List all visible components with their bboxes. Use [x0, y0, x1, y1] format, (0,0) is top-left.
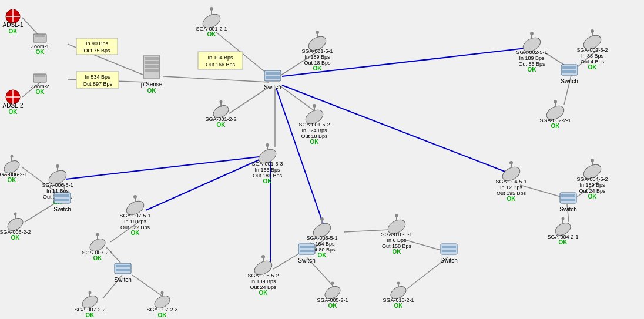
svg-rect-109 — [561, 65, 578, 75]
svg-text:SGA-002-5-2: SGA-002-5-2 — [576, 47, 608, 53]
svg-text:In 324 Bps: In 324 Bps — [301, 127, 327, 133]
node-switch-005: Switch — [298, 244, 315, 264]
svg-text:SGA-001-5-3: SGA-001-5-3 — [251, 161, 283, 167]
svg-rect-180 — [300, 246, 314, 248]
svg-point-148 — [96, 233, 99, 236]
zoom1-stats-out: Out 75 Bps — [83, 48, 110, 53]
svg-text:OK: OK — [8, 177, 17, 183]
adsl1-status: OK — [9, 28, 18, 35]
svg-point-224 — [562, 217, 565, 220]
svg-text:OK: OK — [147, 88, 157, 94]
svg-rect-49 — [35, 75, 45, 77]
svg-text:OK: OK — [588, 193, 598, 200]
svg-text:OK: OK — [551, 123, 561, 129]
svg-point-136 — [14, 213, 17, 216]
svg-text:In 189 Bps: In 189 Bps — [579, 182, 605, 188]
svg-rect-130 — [54, 193, 71, 203]
pfsense-switch-in: In 104 Bps — [207, 55, 233, 61]
svg-rect-54 — [145, 61, 159, 64]
svg-point-125 — [56, 164, 59, 168]
svg-point-120 — [11, 155, 14, 158]
svg-rect-179 — [298, 244, 315, 254]
svg-rect-195 — [441, 244, 457, 254]
svg-text:In 12 Bps: In 12 Bps — [500, 184, 523, 190]
svg-point-83 — [313, 104, 316, 108]
svg-point-76 — [316, 31, 319, 34]
svg-point-115 — [554, 100, 557, 103]
svg-text:In 18 Bps: In 18 Bps — [124, 219, 147, 224]
svg-point-90 — [266, 143, 269, 147]
svg-point-201 — [397, 282, 400, 285]
zoom1-stats-in: In 90 Bps — [86, 41, 109, 46]
svg-text:OK: OK — [36, 89, 45, 95]
svg-point-162 — [161, 291, 164, 294]
svg-text:OK: OK — [158, 312, 167, 318]
svg-text:Switch: Switch — [440, 257, 457, 264]
svg-point-66 — [210, 7, 213, 11]
svg-text:In 189 Bps: In 189 Bps — [519, 55, 545, 61]
pfsense-switch-out: Out 166 Bps — [206, 62, 236, 68]
svg-rect-62 — [266, 76, 280, 79]
svg-text:SGA-005-5-1: SGA-005-5-1 — [306, 235, 337, 241]
svg-text:Switch: Switch — [298, 257, 315, 264]
svg-rect-53 — [145, 57, 159, 60]
svg-text:OK: OK — [259, 290, 269, 296]
svg-point-157 — [89, 291, 92, 294]
node-switch-006: Switch — [53, 193, 71, 213]
svg-text:In 189 Bps: In 189 Bps — [250, 278, 276, 284]
svg-point-97 — [530, 32, 534, 35]
svg-rect-61 — [266, 72, 280, 75]
zoom2-stats-out: Out 897 Bps — [83, 81, 113, 87]
svg-text:SGA-002-5-1: SGA-002-5-1 — [516, 49, 547, 55]
svg-point-190 — [395, 214, 398, 217]
node-switch-004: Switch — [559, 193, 576, 213]
svg-text:In 189 Bps: In 189 Bps — [304, 54, 330, 60]
node-switch-002: Switch — [561, 65, 578, 85]
adsl2-label: ADSL-2 — [2, 102, 23, 109]
svg-text:OK: OK — [131, 230, 140, 236]
svg-point-104 — [591, 29, 594, 33]
svg-text:OK: OK — [93, 255, 103, 261]
svg-text:SGA-001-5-2: SGA-001-5-2 — [298, 122, 330, 127]
svg-text:Switch: Switch — [114, 277, 131, 283]
svg-rect-131 — [55, 194, 69, 197]
svg-rect-219 — [561, 194, 575, 197]
svg-rect-151 — [115, 263, 131, 274]
svg-rect-197 — [442, 250, 456, 252]
svg-rect-218 — [560, 193, 576, 203]
svg-text:SGA-004-5-1: SGA-004-5-1 — [495, 179, 526, 184]
svg-rect-60 — [264, 70, 281, 81]
svg-text:SGA-007-5-1: SGA-007-5-1 — [119, 213, 150, 219]
svg-text:OK: OK — [207, 31, 217, 38]
svg-text:Switch: Switch — [53, 206, 71, 213]
node-switch-010: Switch — [440, 244, 457, 264]
svg-text:SGA-006-5-1: SGA-006-5-1 — [42, 182, 73, 188]
svg-text:OK: OK — [528, 66, 537, 73]
svg-text:OK: OK — [559, 239, 568, 246]
svg-point-71 — [220, 100, 223, 103]
zoom2-stats-in: In 534 Bps — [85, 74, 110, 80]
svg-point-167 — [261, 255, 265, 258]
svg-text:Switch: Switch — [559, 206, 576, 213]
svg-text:OK: OK — [318, 252, 327, 258]
svg-text:OK: OK — [86, 312, 95, 318]
svg-text:OK: OK — [588, 64, 598, 70]
svg-text:Switch: Switch — [264, 84, 281, 90]
svg-text:OK: OK — [310, 139, 320, 145]
svg-rect-56 — [145, 69, 159, 72]
adsl2-status: OK — [9, 109, 18, 115]
svg-text:OK: OK — [313, 65, 323, 72]
svg-rect-110 — [562, 66, 576, 69]
svg-text:In 155 Bps: In 155 Bps — [254, 167, 280, 173]
svg-text:SGA-001-5-1: SGA-001-5-1 — [301, 48, 333, 54]
svg-point-185 — [331, 282, 334, 285]
svg-text:OK: OK — [263, 178, 273, 184]
svg-rect-153 — [116, 269, 130, 271]
svg-text:OK: OK — [11, 234, 21, 241]
svg-text:In 6 Bps: In 6 Bps — [387, 237, 407, 243]
svg-text:In 88 Bps: In 88 Bps — [581, 53, 604, 59]
svg-rect-196 — [442, 246, 456, 248]
svg-point-141 — [133, 195, 137, 199]
svg-point-213 — [591, 159, 594, 162]
svg-rect-55 — [145, 65, 159, 68]
